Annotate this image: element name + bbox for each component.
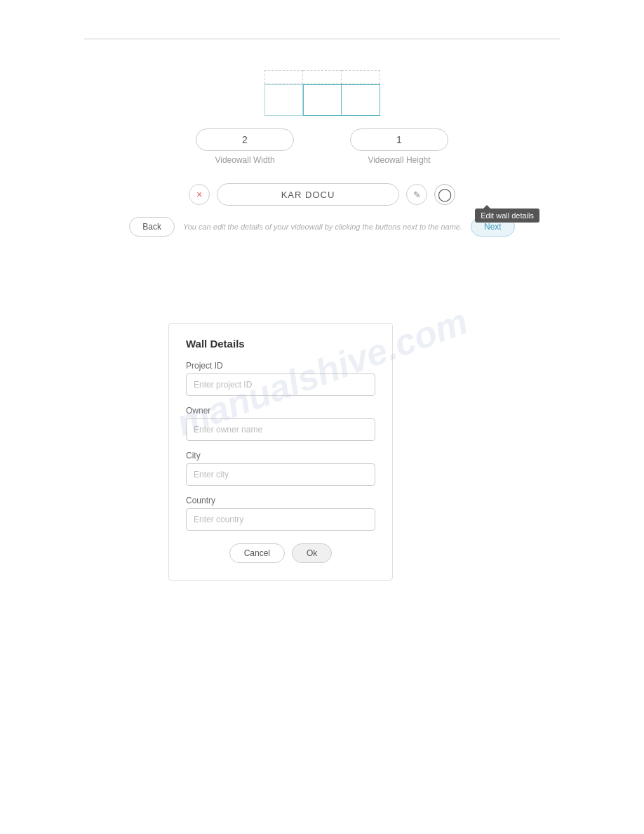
width-group: Videowall Width [196, 128, 294, 165]
nav-row: Back You can edit the details of your vi… [129, 217, 514, 237]
ok-button[interactable]: Ok [292, 543, 332, 563]
width-label: Videowall Width [215, 155, 274, 165]
city-group: City [186, 451, 375, 486]
project-id-label: Project ID [186, 361, 375, 371]
country-label: Country [186, 496, 375, 505]
grid-container [264, 70, 380, 116]
city-label: City [186, 451, 375, 461]
wall-name-input[interactable] [217, 183, 399, 206]
project-id-input[interactable] [186, 373, 375, 396]
cursor-button[interactable]: ◯ [434, 184, 455, 205]
city-input[interactable] [186, 463, 375, 486]
grid-cell-active-1 [303, 84, 342, 116]
videowall-height-input[interactable] [350, 128, 448, 151]
videowall-preview [264, 70, 380, 116]
wall-details-title: Wall Details [186, 338, 375, 350]
wall-details-section: Wall Details Project ID Owner City Count… [84, 302, 393, 581]
back-button[interactable]: Back [129, 217, 175, 237]
top-divider [84, 39, 560, 39]
dimension-controls: Videowall Width Videowall Height [196, 128, 448, 165]
country-input[interactable] [186, 508, 375, 531]
videowall-width-input[interactable] [196, 128, 294, 151]
delete-wall-button[interactable]: × [189, 184, 210, 205]
grid-cell-active-2 [342, 84, 380, 116]
height-label: Videowall Height [368, 155, 430, 165]
main-content: Videowall Width Videowall Height × ✎ ◯ E… [0, 0, 644, 237]
nav-hint: You can edit the details of your videowa… [183, 223, 462, 231]
edit-wall-tooltip: Edit wall details [475, 208, 539, 223]
owner-input[interactable] [186, 418, 375, 441]
grid-cell-inactive [264, 84, 303, 116]
country-group: Country [186, 496, 375, 531]
edit-wall-button[interactable]: ✎ [406, 184, 427, 205]
height-group: Videowall Height [350, 128, 448, 165]
project-id-group: Project ID [186, 361, 375, 396]
cancel-button[interactable]: Cancel [229, 543, 285, 563]
owner-group: Owner [186, 406, 375, 441]
wall-details-form: Wall Details Project ID Owner City Count… [168, 323, 393, 581]
owner-label: Owner [186, 406, 375, 416]
form-actions: Cancel Ok [186, 543, 375, 563]
wall-name-row: × ✎ ◯ Edit wall details [189, 183, 455, 206]
